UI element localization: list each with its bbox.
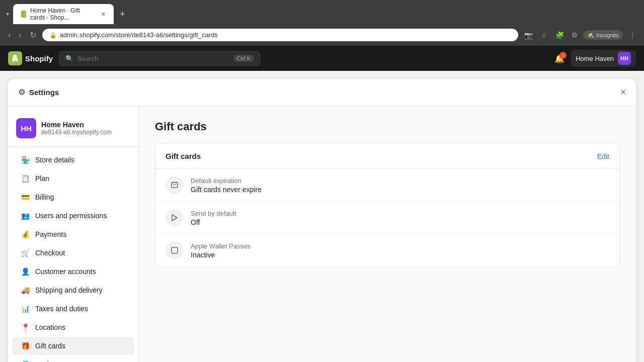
page-title: Gift cards	[155, 120, 620, 133]
tab-title: Home Haven · Gift cards · Shop...	[30, 7, 95, 21]
store-name-label: Home Haven	[576, 55, 614, 62]
send-by-default-row: Send by default Off	[155, 202, 619, 234]
send-by-default-label: Send by default	[191, 210, 236, 217]
sidebar-item-label: Shipping and delivery	[35, 286, 103, 294]
shopify-logo-text: Shopify	[25, 54, 53, 63]
sidebar-item-users-permissions[interactable]: 👥 Users and permissions	[12, 207, 134, 225]
sidebar-item-locations[interactable]: 📍 Locations	[12, 318, 134, 336]
sidebar-item-label: Gift cards	[35, 342, 65, 350]
settings-header: ⚙ Settings ×	[8, 79, 636, 106]
notification-badge: 1	[559, 52, 567, 59]
search-shortcut: Ctrl K	[234, 55, 254, 62]
new-tab-button[interactable]: +	[116, 7, 129, 22]
split-view-button[interactable]: ⧉	[570, 29, 579, 41]
svg-rect-0	[172, 183, 178, 188]
store-info-domain: de8143-a6.myshopify.com	[41, 129, 112, 136]
forward-button[interactable]: ›	[17, 29, 23, 42]
sidebar-item-customer-accounts[interactable]: 👤 Customer accounts	[12, 262, 134, 281]
camera-off-icon[interactable]: 📷	[522, 29, 535, 41]
sidebar-item-billing[interactable]: 💳 Billing	[12, 188, 134, 206]
settings-header-title: ⚙ Settings	[18, 87, 59, 97]
address-bar[interactable]: 🔒 admin.shopify.com/store/de8143-a6/sett…	[42, 29, 519, 41]
browser-tab-bar: ▾ Home Haven · Gift cards · Shop... ✕ +	[0, 0, 644, 24]
plan-icon: 📋	[20, 173, 30, 184]
sidebar-item-plan[interactable]: 📋 Plan	[12, 169, 134, 188]
settings-sidebar: HH Home Haven de8143-a6.myshopify.com 🏪 …	[8, 106, 139, 362]
default-expiration-row: Default expiration Gift cards never expi…	[155, 169, 619, 202]
back-button[interactable]: ‹	[6, 29, 13, 42]
payments-icon: 💰	[20, 229, 30, 239]
sidebar-item-payments[interactable]: 💰 Payments	[12, 225, 134, 243]
extensions-button[interactable]: 🧩	[553, 29, 566, 41]
gear-icon: ⚙	[18, 87, 25, 97]
shipping-icon: 🚚	[20, 285, 30, 295]
sidebar-item-taxes-duties[interactable]: 📊 Taxes and duties	[12, 300, 134, 318]
default-expiration-text: Default expiration Gift cards never expi…	[191, 177, 262, 194]
svg-marker-4	[172, 215, 177, 221]
settings-main-content: Gift cards Gift cards Edit	[139, 106, 636, 362]
svg-rect-5	[172, 247, 178, 253]
store-info-avatar: HH	[16, 118, 36, 138]
sidebar-item-label: Users and permissions	[35, 212, 107, 220]
markets-icon: 🌐	[20, 359, 30, 362]
notification-button[interactable]: 🔔 1	[554, 54, 565, 63]
sidebar-item-label: Locations	[35, 323, 65, 331]
lock-icon: 🔒	[49, 32, 57, 39]
shopify-logo-icon	[8, 51, 22, 65]
bookmark-button[interactable]: ☆	[539, 29, 549, 41]
sidebar-item-markets[interactable]: 🌐 Markets	[12, 355, 134, 362]
gift-cards-card: Gift cards Edit	[155, 143, 620, 267]
browser-tab-active[interactable]: Home Haven · Gift cards · Shop... ✕	[13, 4, 114, 24]
apple-wallet-icon	[166, 241, 184, 259]
store-details-icon: 🏪	[20, 155, 30, 165]
default-expiration-icon	[166, 176, 184, 194]
sidebar-item-label: Plan	[35, 174, 49, 183]
sidebar-item-checkout[interactable]: 🛒 Checkout	[12, 244, 134, 262]
taxes-icon: 📊	[20, 304, 30, 314]
browser-toolbar: ‹ › ↻ 🔒 admin.shopify.com/store/de8143-a…	[0, 24, 644, 46]
settings-title: Settings	[29, 88, 59, 97]
locations-icon: 📍	[20, 322, 30, 332]
checkout-icon: 🛒	[20, 248, 30, 258]
sidebar-item-label: Store details	[35, 156, 74, 164]
tab-favicon	[21, 11, 26, 18]
send-by-default-text: Send by default Off	[191, 210, 236, 226]
tab-close-button[interactable]: ✕	[101, 11, 106, 18]
users-icon: 👥	[20, 211, 30, 221]
edit-button[interactable]: Edit	[597, 152, 609, 160]
sidebar-item-label: Taxes and duties	[35, 305, 88, 313]
shopify-app-bar: Shopify 🔍 Ctrl K 🔔 1 Home Haven HH	[0, 46, 644, 71]
apple-wallet-value: Inactive	[191, 251, 251, 259]
apple-wallet-row: Apple Wallet Passes Inactive	[155, 234, 619, 266]
dropdown-arrow[interactable]: ▾	[4, 9, 11, 20]
sidebar-item-shipping-delivery[interactable]: 🚚 Shipping and delivery	[12, 281, 134, 299]
sidebar-item-label: Checkout	[35, 249, 65, 257]
sidebar-item-store-details[interactable]: 🏪 Store details	[12, 151, 134, 169]
reload-button[interactable]: ↻	[28, 28, 38, 42]
store-info-text: Home Haven de8143-a6.myshopify.com	[41, 121, 112, 136]
default-expiration-value: Gift cards never expire	[191, 186, 262, 194]
search-icon: 🔍	[65, 55, 73, 62]
store-avatar: HH	[618, 52, 631, 65]
incognito-label: Incognito	[596, 32, 619, 38]
more-options-button[interactable]: ⋮	[627, 29, 638, 41]
customer-accounts-icon: 👤	[20, 266, 30, 277]
sidebar-item-label: Customer accounts	[35, 267, 96, 276]
sidebar-item-label: Payments	[35, 230, 66, 238]
sidebar-item-gift-cards[interactable]: 🎁 Gift cards	[12, 337, 134, 355]
settings-modal: ⚙ Settings × HH Home Haven de8143-a6.mys…	[8, 79, 636, 362]
incognito-badge: 🕵 Incognito	[583, 30, 623, 40]
settings-body: HH Home Haven de8143-a6.myshopify.com 🏪 …	[8, 106, 636, 362]
store-info-name: Home Haven	[41, 121, 112, 129]
shopify-logo[interactable]: Shopify	[8, 51, 53, 65]
search-input[interactable]	[77, 55, 230, 62]
settings-close-button[interactable]: ×	[620, 87, 626, 98]
card-header-title: Gift cards	[166, 152, 201, 160]
apple-wallet-label: Apple Wallet Passes	[191, 242, 251, 250]
sidebar-item-label: Billing	[35, 193, 54, 201]
default-expiration-label: Default expiration	[191, 177, 262, 185]
search-bar-container[interactable]: 🔍 Ctrl K	[59, 51, 260, 66]
card-header: Gift cards Edit	[155, 144, 619, 169]
browser-chrome: ▾ Home Haven · Gift cards · Shop... ✕ + …	[0, 0, 644, 46]
store-selector[interactable]: Home Haven HH	[571, 50, 636, 67]
